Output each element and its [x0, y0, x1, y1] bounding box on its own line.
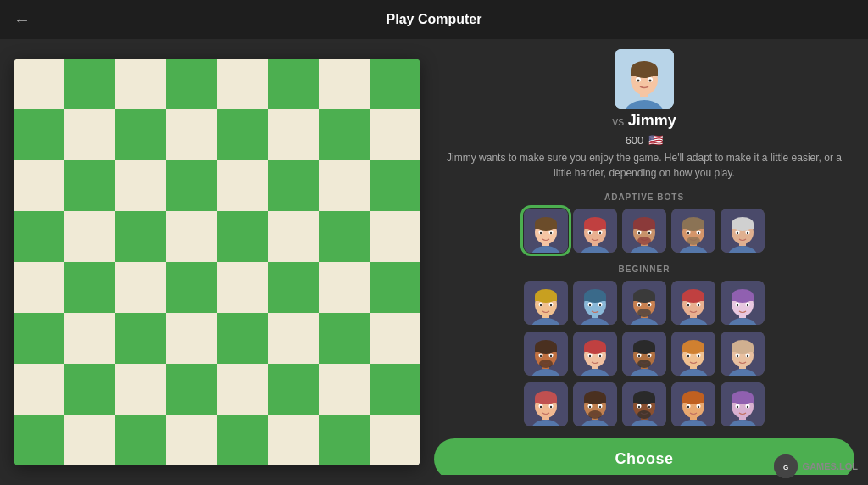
chess-cell — [115, 160, 166, 211]
svg-point-19 — [550, 232, 552, 234]
chess-cell — [268, 415, 319, 465]
bot-avatar[interactable] — [671, 209, 715, 253]
svg-point-164 — [747, 355, 748, 357]
svg-point-153 — [687, 355, 689, 357]
games-lol-logo: G — [774, 454, 798, 478]
svg-point-28 — [589, 232, 591, 234]
bot-avatar[interactable] — [721, 281, 765, 325]
avatar-svg — [615, 49, 674, 109]
adaptive-bots-grid — [434, 209, 854, 253]
svg-text:G: G — [782, 464, 787, 471]
chess-cell — [319, 415, 370, 465]
chess-cell — [64, 262, 115, 313]
chess-board — [14, 59, 420, 465]
vs-prefix: vs — [612, 114, 624, 128]
watermark: G GAMES.LOL — [774, 454, 858, 478]
chess-cell — [319, 364, 370, 415]
svg-point-205 — [687, 406, 689, 408]
chess-cell — [115, 109, 166, 160]
bot-avatar[interactable] — [721, 332, 765, 376]
bot-avatar[interactable] — [671, 382, 715, 426]
chess-cell — [217, 415, 268, 465]
svg-point-9 — [649, 80, 652, 82]
svg-rect-77 — [584, 296, 606, 301]
chess-cell — [268, 59, 319, 109]
svg-rect-202 — [682, 398, 704, 403]
chess-cell — [115, 59, 166, 109]
adaptive-label: ADAPTIVE BOTS — [434, 192, 854, 202]
svg-point-194 — [638, 406, 640, 408]
bot-avatar[interactable] — [573, 332, 617, 376]
svg-point-215 — [737, 406, 738, 408]
chess-cell — [115, 211, 166, 262]
chess-cell — [115, 415, 166, 465]
chess-cell — [166, 109, 217, 160]
bot-avatar[interactable] — [622, 332, 666, 376]
bot-avatar[interactable] — [721, 209, 765, 253]
svg-rect-46 — [682, 224, 704, 229]
chess-cell — [217, 313, 268, 364]
svg-point-196 — [637, 410, 651, 419]
bot-avatar[interactable] — [573, 281, 617, 325]
chess-cell — [268, 364, 319, 415]
svg-point-71 — [550, 304, 552, 306]
bot-avatar[interactable] — [622, 382, 666, 426]
bot-avatar[interactable] — [524, 209, 568, 253]
chess-cell — [370, 59, 420, 109]
chess-cell — [217, 262, 268, 313]
beginner-bots-row2 — [434, 332, 854, 376]
bot-avatar[interactable] — [573, 382, 617, 426]
svg-rect-98 — [682, 296, 704, 301]
chess-cell — [268, 211, 319, 262]
bot-avatar[interactable] — [622, 281, 666, 325]
chess-cell — [14, 262, 64, 313]
chess-cell — [64, 160, 115, 211]
chess-cell — [319, 160, 370, 211]
svg-point-91 — [648, 304, 650, 306]
chess-cell — [217, 109, 268, 160]
bot-avatar[interactable] — [671, 281, 715, 325]
svg-point-101 — [687, 304, 689, 306]
bot-avatar[interactable] — [721, 382, 765, 426]
chess-cell — [14, 211, 64, 262]
svg-rect-160 — [732, 347, 754, 352]
svg-rect-150 — [682, 347, 704, 352]
svg-point-8 — [637, 80, 640, 82]
bot-avatar[interactable] — [524, 382, 568, 426]
chess-cell — [166, 313, 217, 364]
bot-avatar[interactable] — [573, 209, 617, 253]
bot-avatar[interactable] — [524, 281, 568, 325]
svg-rect-118 — [535, 347, 557, 352]
bot-avatar[interactable] — [524, 332, 568, 376]
svg-point-183 — [589, 406, 591, 408]
svg-point-132 — [589, 355, 591, 357]
opponent-name: Jimmy — [628, 112, 676, 129]
svg-rect-212 — [732, 398, 754, 403]
bot-avatar[interactable] — [671, 332, 715, 376]
chess-cell — [115, 262, 166, 313]
svg-point-51 — [687, 237, 700, 245]
chess-cell — [166, 59, 217, 109]
chess-cell — [370, 211, 420, 262]
chess-cell — [14, 364, 64, 415]
beginner-label: BEGINNER — [434, 265, 854, 274]
svg-point-216 — [747, 406, 748, 408]
bot-avatar[interactable] — [622, 209, 666, 253]
chess-cell — [268, 160, 319, 211]
svg-point-80 — [589, 304, 591, 306]
chess-cell — [268, 262, 319, 313]
svg-point-102 — [698, 304, 699, 306]
profile-section: vs Jimmy 600 🇺🇸 Jimmy wants to make sure… — [434, 49, 854, 181]
chess-cell — [319, 109, 370, 160]
svg-rect-25 — [584, 224, 606, 229]
top-bar: ← Play Computer — [0, 0, 868, 39]
chess-cell — [370, 415, 420, 465]
chess-cell — [64, 211, 115, 262]
svg-point-123 — [539, 360, 553, 368]
chess-cell — [64, 364, 115, 415]
chess-cell — [370, 364, 420, 415]
main-content: vs Jimmy 600 🇺🇸 Jimmy wants to make sure… — [0, 39, 868, 485]
back-button[interactable]: ← — [14, 10, 31, 30]
svg-point-40 — [637, 237, 651, 245]
chess-cell — [319, 262, 370, 313]
